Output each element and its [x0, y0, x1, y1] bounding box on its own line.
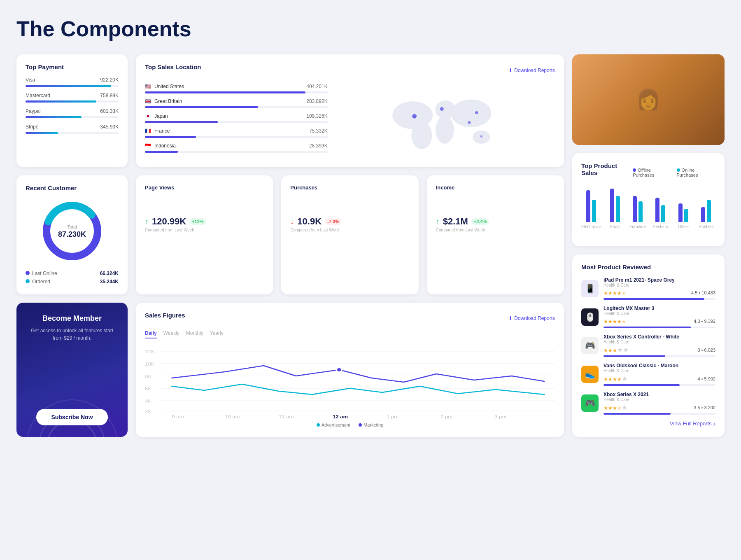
online-bar	[707, 200, 711, 222]
product-rating: 3.5 • 3.200	[694, 405, 715, 410]
svg-point-3	[436, 116, 454, 144]
product-rating: 4.5 • 10.483	[691, 290, 715, 295]
product-stars: ★★★★★	[604, 375, 627, 383]
payment-value: 601.33K	[100, 108, 119, 114]
country-flag: 🇺🇸	[145, 84, 151, 89]
online-bar	[616, 196, 620, 222]
metric-compare: Compared from Last Week	[436, 228, 555, 232]
download-reports-link[interactable]: ⬇ Download Reports	[508, 68, 555, 73]
metric-title: Purchases	[290, 184, 409, 191]
product-stars: ★★★★★	[604, 346, 629, 354]
product-rating: 4 • 5.902	[697, 376, 715, 381]
sf-tab[interactable]: Daily	[145, 330, 157, 338]
sf-tab[interactable]: Yearly	[210, 330, 224, 338]
product-name: iPad Pro m1 2021- Space Grey	[604, 277, 715, 283]
customer-stats: Last Online 66.324K Ordered 35.244K	[26, 271, 119, 285]
svg-point-1	[411, 121, 432, 149]
metric-inner: Page Views ↑ 120.99K +12% Compared from …	[145, 184, 264, 232]
product-stars: ★★★★★	[604, 289, 626, 296]
product-item: 🖱️ Logitech MX Master 3 Health & Care ★★…	[581, 306, 715, 328]
country-value: 28.399K	[309, 143, 328, 149]
svg-point-4	[451, 99, 491, 127]
svg-point-8	[475, 111, 478, 114]
sf-tab[interactable]: Monthly	[186, 330, 203, 338]
country-item: 🇯🇵 Japan 109.326K	[145, 113, 328, 123]
svg-point-9	[468, 121, 471, 124]
svg-text:87.230K: 87.230K	[58, 230, 86, 238]
svg-text:Total: Total	[67, 224, 77, 229]
country-flag: 🇬🇧	[145, 98, 151, 104]
sales-figures-tabs: DailyWeeklyMonthlyYearly	[145, 330, 555, 338]
svg-point-38	[336, 368, 342, 372]
svg-text:2 pm: 2 pm	[440, 414, 452, 419]
sf-tab[interactable]: Weekly	[163, 330, 179, 338]
member-description: Get access to unlock all features start …	[26, 327, 119, 342]
star-filled: ★	[604, 348, 608, 353]
country-value: 109.326K	[306, 113, 327, 119]
metric-value: $2.1M	[443, 216, 468, 227]
donut-chart: Total 87.230K	[26, 198, 119, 264]
svg-text:10K: 10K	[145, 362, 155, 366]
sales-download-link[interactable]: ⬇ Download Reports	[508, 315, 555, 321]
offline-bar	[586, 190, 590, 222]
metric-arrow: ↑	[145, 217, 149, 226]
product-info: Logitech MX Master 3 Health & Care ★★★★★…	[604, 306, 715, 328]
product-sales-legend: Offline PurchasesOnline Purchases	[633, 168, 715, 177]
svg-text:8K: 8K	[145, 374, 151, 378]
star-filled: ★	[608, 319, 613, 324]
payment-item: Paypal 601.33K	[26, 108, 119, 118]
download-icon: ⬇	[508, 68, 513, 73]
svg-text:6K: 6K	[145, 386, 151, 391]
bar-group: Electronics	[581, 190, 601, 229]
country-name: Indonesia	[154, 143, 176, 149]
payment-name: Mastercard	[26, 93, 50, 98]
bar-label: Furniture	[629, 224, 646, 229]
payment-value: 758.89K	[100, 93, 119, 98]
star-filled: ★	[608, 290, 613, 296]
country-item: 🇫🇷 France 75.332K	[145, 128, 328, 138]
sales-figures-legend: AdvertisementMarketing	[145, 422, 555, 427]
bars	[610, 189, 620, 222]
country-value: 75.332K	[309, 128, 328, 134]
country-value: 283.892K	[306, 98, 327, 104]
product-name: Xbox Series X Controller - White	[604, 334, 715, 340]
svg-text:4K: 4K	[145, 399, 151, 403]
country-item: 🇬🇧 Great Britain 283.892K	[145, 98, 328, 108]
right-column: 👩 Top Product Sales Offline PurchasesOnl…	[572, 54, 725, 437]
offline-bar	[678, 203, 683, 222]
star-filled: ★	[604, 376, 608, 382]
bar-label: Fashion	[653, 224, 668, 229]
product-item: 📱 iPad Pro m1 2021- Space Grey Health & …	[581, 277, 715, 300]
metric-income: Income ↑ $2.1M +2.4% Compared from Last …	[427, 175, 564, 294]
country-list: 🇺🇸 United States 404.201K 🇬🇧 Great Brita…	[145, 84, 328, 158]
country-item: 🇮🇩 Indonesia 28.399K	[145, 143, 328, 153]
product-name: Xbox Series X 2021	[604, 392, 715, 397]
payment-name: Paypal	[26, 108, 41, 114]
bar-label: Office	[678, 224, 689, 229]
svg-point-10	[480, 135, 482, 138]
product-category: Health & Care	[604, 397, 715, 402]
metric-title: Income	[436, 184, 555, 191]
subscribe-button[interactable]: Subscribe Now	[36, 409, 107, 425]
view-full-reports-link[interactable]: View Full Reports	[670, 420, 712, 428]
star-half: ★	[617, 405, 622, 411]
product-rating: 3 • 6.023	[697, 348, 715, 352]
product-info: Xbox Series X 2021 Health & Care ★★★★★ 3…	[604, 392, 715, 415]
metric-badge: -7.3%	[325, 218, 342, 225]
payment-value: 345.93K	[100, 124, 119, 130]
metric-arrow: ↑	[436, 217, 440, 226]
ps-legend-item: Offline Purchases	[633, 168, 671, 177]
country-name: Great Britain	[154, 98, 182, 104]
bar-label: Electronics	[581, 224, 601, 229]
country-flag: 🇮🇩	[145, 143, 151, 149]
product-category: Health & Care	[604, 369, 715, 373]
become-member-card: Become Member Get access to unlock all f…	[16, 303, 128, 437]
product-category: Health & Care	[604, 340, 715, 344]
product-sales-chart: Electronics Food Furniture Fashion	[581, 188, 715, 237]
product-rating-bar	[604, 355, 665, 357]
online-bar	[661, 205, 665, 222]
star-filled: ★	[608, 376, 613, 382]
svg-text:3 pm: 3 pm	[494, 414, 506, 419]
star-half: ★	[622, 319, 626, 324]
offline-bar	[701, 207, 705, 222]
